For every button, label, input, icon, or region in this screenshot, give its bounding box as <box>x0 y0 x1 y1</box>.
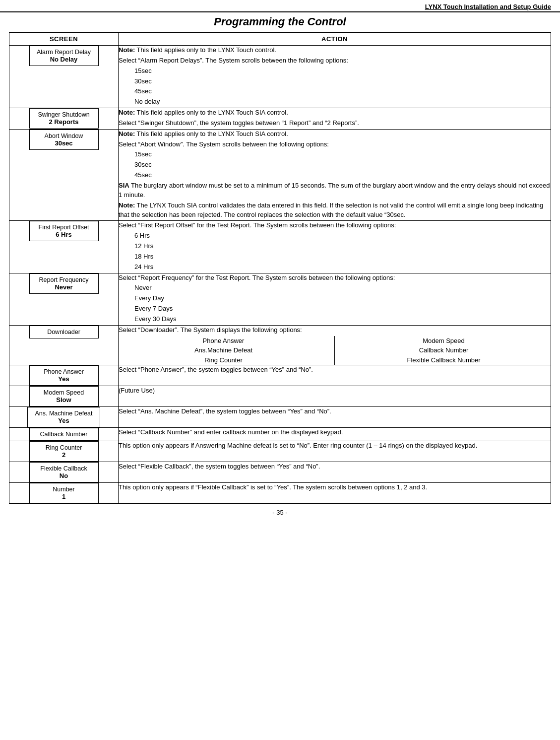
screen-label-12: Number <box>37 486 91 493</box>
downloader-col1: Ring Counter <box>119 355 335 365</box>
screen-value-1: 2 Reports <box>37 118 91 126</box>
action-indent: 15sec <box>119 150 551 159</box>
table-row: Callback NumberSelect “Callback Number” … <box>9 428 551 441</box>
action-text: This option only appears if “Flexible Ca… <box>119 483 551 492</box>
action-cell-10: This option only appears if Answering Ma… <box>119 441 551 462</box>
page-header: LYNX Touch Installation and Setup Guide <box>0 0 560 12</box>
screen-cell-1: Swinger Shutdown2 Reports <box>9 108 119 130</box>
action-text: Select “First Report Offset” for the Tes… <box>119 221 551 230</box>
action-indent: Never <box>119 283 551 293</box>
screen-box-12: Number1 <box>29 483 99 503</box>
downloader-row: Ans.Machine DefeatCallback Number <box>119 345 551 355</box>
action-text: Select “Alarm Report Delays”. The System… <box>119 56 551 66</box>
table-row: Flexible CallbackNoSelect “Flexible Call… <box>9 462 551 483</box>
action-indent: Every 30 Days <box>119 315 551 324</box>
action-indent: 45sec <box>119 87 551 96</box>
table-row: Alarm Report DelayNo DelayNote: This fie… <box>9 46 551 108</box>
screen-cell-12: Number1 <box>9 483 119 504</box>
action-text: Select “Flexible Callback”, the system t… <box>119 462 551 471</box>
action-indent: Every Day <box>119 294 551 303</box>
screen-box-10: Ring Counter2 <box>29 441 99 462</box>
header-title: LYNX Touch Installation and Setup Guide <box>425 3 551 10</box>
table-row: Report FrequencyNeverSelect “Report Freq… <box>9 273 551 325</box>
screen-label-7: Modem Speed <box>37 389 91 396</box>
screen-label-2: Abort Window <box>37 133 91 139</box>
screen-cell-3: First Report Offset6 Hrs <box>9 221 119 273</box>
screen-cell-2: Abort Window30sec <box>9 129 119 221</box>
screen-label-1: Swinger Shutdown <box>37 111 91 118</box>
screen-value-6: Yes <box>37 375 91 383</box>
screen-box-0: Alarm Report DelayNo Delay <box>29 46 99 66</box>
screen-value-7: Slow <box>37 396 91 404</box>
table-row: DownloaderSelect “Downloader”. The Syste… <box>9 325 551 365</box>
screen-cell-11: Flexible CallbackNo <box>9 462 119 483</box>
action-cell-2: Note: This field applies only to the LYN… <box>119 129 551 221</box>
screen-label-9: Callback Number <box>37 431 91 438</box>
downloader-row: Ring CounterFlexible Callback Number <box>119 355 551 365</box>
action-text: Select “Callback Number” and enter callb… <box>119 428 551 437</box>
action-cell-11: Select “Flexible Callback”, the system t… <box>119 462 551 483</box>
screen-cell-5: Downloader <box>9 325 119 365</box>
action-note: Note: This field applies only to the LYN… <box>119 130 551 139</box>
action-indent: 18 Hrs <box>119 252 551 262</box>
action-cell-0: Note: This field applies only to the LYN… <box>119 46 551 108</box>
downloader-col1: Phone Answer <box>119 336 335 346</box>
screen-cell-0: Alarm Report DelayNo Delay <box>9 46 119 108</box>
table-row: First Report Offset6 HrsSelect “First Re… <box>9 221 551 273</box>
screen-value-4: Never <box>37 283 91 291</box>
table-row: Number1This option only appears if “Flex… <box>9 483 551 504</box>
screen-value-8: Yes <box>35 417 92 424</box>
action-cell-3: Select “First Report Offset” for the Tes… <box>119 221 551 273</box>
screen-box-8: Ans. Machine DefeatYes <box>27 407 100 427</box>
action-cell-7: (Future Use) <box>119 386 551 407</box>
action-indent: No delay <box>119 97 551 107</box>
downloader-col2: Flexible Callback Number <box>335 355 551 365</box>
screen-box-11: Flexible CallbackNo <box>29 462 99 482</box>
screen-cell-10: Ring Counter2 <box>9 441 119 462</box>
screen-cell-9: Callback Number <box>9 428 119 441</box>
screen-cell-6: Phone AnswerYes <box>9 365 119 386</box>
screen-box-3: First Report Offset6 Hrs <box>29 221 99 241</box>
action-text: This option only appears if Answering Ma… <box>119 441 551 451</box>
action-note: Note: This field applies only to the LYN… <box>119 108 551 118</box>
screen-label-10: Ring Counter <box>37 444 91 451</box>
screen-box-5: Downloader <box>29 326 99 338</box>
action-cell-1: Note: This field applies only to the LYN… <box>119 108 551 130</box>
action-text: Select “Ans. Machine Defeat”, the system… <box>119 407 551 416</box>
action-indent: 24 Hrs <box>119 263 551 272</box>
action-text: Select “Phone Answer”, the system toggle… <box>119 365 551 375</box>
action-indent: 30sec <box>119 77 551 86</box>
screen-box-1: Swinger Shutdown2 Reports <box>29 108 99 129</box>
action-indent: 45sec <box>119 171 551 180</box>
screen-value-3: 6 Hrs <box>37 231 91 238</box>
screen-box-6: Phone AnswerYes <box>29 365 99 386</box>
table-row: Ans. Machine DefeatYesSelect “Ans. Machi… <box>9 407 551 428</box>
screen-label-6: Phone Answer <box>37 368 91 375</box>
downloader-col2: Callback Number <box>335 345 551 355</box>
table-row: Ring Counter2This option only appears if… <box>9 441 551 462</box>
downloader-col2: Modem Speed <box>335 336 551 346</box>
screen-value-12: 1 <box>37 493 91 500</box>
downloader-table: Phone AnswerModem SpeedAns.Machine Defea… <box>119 336 551 365</box>
screen-value-10: 2 <box>37 451 91 459</box>
page-number: - 35 - <box>272 509 287 516</box>
action-cell-8: Select “Ans. Machine Defeat”, the system… <box>119 407 551 428</box>
downloader-intro: Select “Downloader”. The System displays… <box>119 326 551 335</box>
action-cell-6: Select “Phone Answer”, the system toggle… <box>119 365 551 386</box>
col-screen-header: SCREEN <box>9 33 119 46</box>
table-row: Abort Window30secNote: This field applie… <box>9 129 551 221</box>
downloader-row: Phone AnswerModem Speed <box>119 336 551 346</box>
screen-box-7: Modem SpeedSlow <box>29 386 99 406</box>
screen-box-2: Abort Window30sec <box>29 130 99 150</box>
screen-value-2: 30sec <box>37 139 91 147</box>
action-note: Note: The LYNX Touch SIA control validat… <box>119 201 551 220</box>
main-table: SCREEN ACTION Alarm Report DelayNo Delay… <box>9 32 551 504</box>
screen-box-4: Report FrequencyNever <box>29 273 99 294</box>
action-text: Select “Abort Window”. The System scroll… <box>119 140 551 149</box>
action-indent: 30sec <box>119 160 551 170</box>
screen-cell-8: Ans. Machine DefeatYes <box>9 407 119 428</box>
action-sia: SIA The burglary abort window must be se… <box>119 181 551 200</box>
table-row: Phone AnswerYesSelect “Phone Answer”, th… <box>9 365 551 386</box>
screen-label-4: Report Frequency <box>37 276 91 283</box>
screen-box-9: Callback Number <box>29 428 99 441</box>
